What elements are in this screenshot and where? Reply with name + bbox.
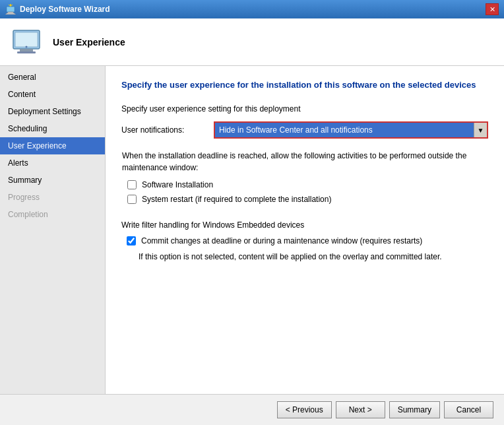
sidebar-item-deployment-settings[interactable]: Deployment Settings [0, 103, 105, 120]
maintenance-window-section: When the installation deadline is reache… [121, 149, 488, 210]
write-filter-title: Write filter handling for Windows Embedd… [121, 220, 488, 230]
sidebar-item-content[interactable]: Content [0, 86, 105, 103]
commit-changes-row: Commit changes at deadline or during a m… [121, 236, 488, 245]
wizard-header-title: User Experience [53, 37, 125, 48]
svg-line-6 [12, 5, 13, 6]
sidebar-item-summary[interactable]: Summary [0, 172, 105, 189]
summary-button[interactable]: Summary [389, 401, 440, 418]
wizard-header: User Experience [0, 18, 504, 66]
commit-changes-label[interactable]: Commit changes at deadline or during a m… [141, 236, 422, 245]
svg-line-5 [9, 5, 10, 6]
system-restart-label[interactable]: System restart (if required to complete … [142, 195, 331, 204]
main-title: Specify the user experience for the inst… [121, 79, 488, 91]
software-install-checkbox[interactable] [127, 180, 137, 189]
wizard-body: User Experience General Content Deployme… [0, 18, 504, 425]
user-notifications-row: User notifications: Hide in Software Cen… [121, 121, 488, 139]
sidebar: General Content Deployment Settings Sche… [0, 66, 106, 394]
next-button[interactable]: Next > [336, 401, 385, 418]
software-install-label[interactable]: Software Installation [142, 180, 213, 189]
sidebar-item-progress: Progress [0, 189, 105, 206]
user-notifications-dropdown-arrow[interactable]: ▼ [474, 123, 487, 137]
sidebar-item-user-experience[interactable]: User Experience [0, 137, 105, 154]
title-bar-left: Deploy Software Wizard [5, 4, 110, 15]
user-notifications-dropdown-wrapper[interactable]: Hide in Software Center and all notifica… [214, 121, 488, 139]
wizard-icon [5, 4, 16, 15]
svg-rect-9 [20, 49, 33, 51]
sidebar-item-completion: Completion [0, 206, 105, 223]
svg-rect-0 [7, 7, 15, 12]
previous-button[interactable]: < Previous [277, 401, 332, 418]
svg-rect-8 [15, 32, 38, 47]
svg-marker-2 [5, 12, 16, 15]
wizard-footer: < Previous Next > Summary Cancel [0, 394, 504, 425]
main-panel: Specify the user experience for the inst… [106, 66, 504, 394]
sidebar-item-alerts[interactable]: Alerts [0, 154, 105, 172]
user-notifications-value: Hide in Software Center and all notifica… [215, 123, 474, 137]
wizard-content: General Content Deployment Settings Sche… [0, 66, 504, 394]
system-restart-row: System restart (if required to complete … [122, 195, 488, 204]
sidebar-item-general[interactable]: General [0, 69, 105, 86]
software-install-row: Software Installation [122, 180, 488, 189]
write-filter-section: Write filter handling for Windows Embedd… [121, 220, 488, 263]
sidebar-item-scheduling[interactable]: Scheduling [0, 120, 105, 137]
commit-changes-checkbox[interactable] [127, 236, 136, 245]
section-label: Specify user experience setting for this… [121, 104, 488, 114]
title-bar-title: Deploy Software Wizard [20, 5, 110, 14]
maintenance-window-desc: When the installation deadline is reache… [122, 150, 488, 174]
computer-icon [11, 26, 42, 58]
title-bar: Deploy Software Wizard ✕ [0, 0, 504, 18]
system-restart-checkbox[interactable] [127, 195, 137, 204]
cancel-button[interactable]: Cancel [444, 401, 493, 418]
close-button[interactable]: ✕ [486, 3, 499, 15]
write-filter-note: If this option is not selected, content … [139, 251, 488, 263]
svg-point-11 [26, 46, 28, 48]
svg-rect-10 [17, 51, 36, 53]
user-notifications-label: User notifications: [121, 125, 207, 135]
